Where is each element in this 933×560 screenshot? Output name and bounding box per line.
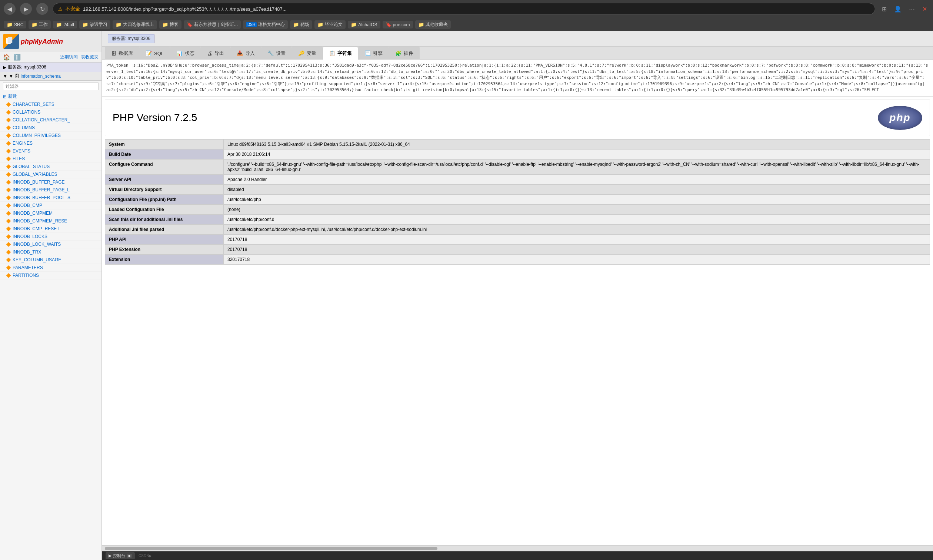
tree-item-collation-char[interactable]: 🔶 COLLATION_CHARACTER_ [0, 116, 102, 124]
db-name[interactable]: information_schema [21, 74, 61, 79]
extensions-button[interactable]: ⊞ [880, 4, 889, 14]
tree-item-label: COLUMN_PRIVILEGES [12, 133, 61, 138]
console-stop-button[interactable]: ■ [126, 554, 132, 558]
tree-item-files[interactable]: 🔶 FILES [0, 155, 102, 163]
tab-charset[interactable]: 📋 字符集 [322, 47, 358, 60]
horizontal-scrollbar[interactable] [102, 545, 933, 551]
db-header[interactable]: ▼ ▼ 🗄 information_schema [0, 72, 102, 81]
browser-titlebar: ◀ ▶ ↻ ⚠ 不安全 192.168.57.142:8080/index.ph… [0, 0, 933, 18]
tree-item-label: ENGINES [12, 141, 32, 146]
url-text: 192.168.57.142:8080/index.php?target=db_… [83, 6, 287, 12]
tree-item-global-status[interactable]: 🔶 GLOBAL_STATUS [0, 163, 102, 171]
tab-label: 导入 [245, 50, 255, 57]
bookmark-others[interactable]: 📁 其他收藏夹 [415, 20, 451, 29]
tree-item-innodb-cmp-reset[interactable]: 🔶 INNODB_CMP_RESET [0, 225, 102, 233]
tab-engines[interactable]: 📃 引擎 [358, 47, 389, 60]
tree-item-parameters[interactable]: 🔶 PARAMETERS [0, 264, 102, 272]
tree-item-collations[interactable]: 🔶 COLLATIONS [0, 108, 102, 116]
new-item-icon: ⊞ [3, 94, 7, 99]
bookmark-aichat[interactable]: 📁 AIchatOS [348, 21, 380, 29]
bookmark-ielts[interactable]: 🔖 新东方雅思｜剑指听... [184, 20, 241, 29]
tab-sql[interactable]: 📝 SQL [139, 47, 170, 60]
new-item-label: 新建 [8, 93, 17, 100]
table-row: Configure Command './configure' '--build… [105, 159, 930, 174]
tab-plugins[interactable]: 🧩 插件 [389, 47, 419, 60]
tree-item-innodb-cmp[interactable]: 🔶 INNODB_CMP [0, 202, 102, 209]
tree-item-global-vars[interactable]: 🔶 GLOBAL_VARIABLES [0, 171, 102, 178]
tab-import[interactable]: 📥 导入 [230, 47, 261, 60]
table-icon: 🔶 [6, 203, 11, 208]
tree-item-innodb-trx[interactable]: 🔶 INNODB_TRX [0, 248, 102, 256]
table-row: Server API Apache 2.0 Handler [105, 174, 930, 184]
tree-item-column-priv[interactable]: 🔶 COLUMN_PRIVILEGES [0, 132, 102, 140]
variables-tab-icon: 🔑 [298, 50, 304, 56]
bookmark-course[interactable]: 📁 大四选修课线上 [113, 20, 157, 29]
tree-item-innodb-locks[interactable]: 🔶 INNODB_LOCKS [0, 233, 102, 241]
tree-item-label: GLOBAL_VARIABLES [12, 172, 57, 177]
charset-tab-icon: 📋 [329, 50, 335, 56]
tab-settings[interactable]: 🔧 设置 [261, 47, 292, 60]
table-icon: 🔶 [6, 141, 11, 146]
tree-item-innodb-cmpmem-rese[interactable]: 🔶 INNODB_CMPMEM_RESE [0, 217, 102, 225]
tree-item-label: FILES [12, 156, 25, 162]
home-icon[interactable]: 🏠 [3, 54, 10, 61]
server-expand-icon[interactable]: ▶ [3, 65, 6, 70]
tree-item-events[interactable]: 🔶 EVENTS [0, 147, 102, 155]
tab-export[interactable]: 🖨 导出 [201, 47, 230, 60]
tree-item-innodb-buf-page[interactable]: 🔶 INNODB_BUFFER_PAGE [0, 178, 102, 186]
tree-item-label: KEY_COLUMN_USAGE [12, 257, 61, 262]
tree-item-innodb-buf-page-l[interactable]: 🔶 INNODB_BUFFER_PAGE_L [0, 186, 102, 194]
tree-item-character-sets[interactable]: 🔶 CHARACTER_SETS [0, 101, 102, 108]
address-bar[interactable]: ⚠ 不安全 192.168.57.142:8080/index.php?targ… [52, 3, 875, 15]
tab-label: 变量 [307, 50, 316, 57]
close-button[interactable]: ✕ [920, 4, 929, 14]
nav-refresh-button[interactable]: ↻ [36, 3, 48, 15]
tree-item-engines[interactable]: 🔶 ENGINES [0, 140, 102, 147]
recent-link[interactable]: 近期访问 [60, 54, 78, 60]
nav-forward-button[interactable]: ▶ [20, 3, 32, 15]
new-item-button[interactable]: ⊞ 新建 [0, 92, 102, 101]
bookmark-dsh[interactable]: DSH 珞格文档中心 [243, 20, 288, 29]
folder-icon: 📁 [162, 22, 168, 28]
tree-item-partitions[interactable]: 🔶 PARTITIONS [0, 272, 102, 280]
main-area: phpMyAdmin 🏠 ℹ️ 近期访问 表收藏夹 ▶ 服务器: mysql:3… [0, 31, 933, 560]
tree-item-label: INNODB_TRX [12, 249, 41, 255]
database-tab-icon: 🗄 [111, 50, 116, 56]
server-tab-label: 服务器: mysql:3306 [112, 36, 150, 41]
tree-item-label: COLUMNS [12, 125, 35, 130]
table-icon: 🔶 [6, 133, 11, 138]
user-button[interactable]: 👤 [892, 4, 904, 14]
tree-item-columns[interactable]: 🔶 COLUMNS [0, 124, 102, 132]
import-tab-icon: 📥 [237, 50, 243, 56]
info-key: Configure Command [105, 159, 224, 174]
tab-variables[interactable]: 🔑 变量 [292, 47, 322, 60]
tree-item-innodb-cmpmem[interactable]: 🔶 INNODB_CMPMEM [0, 209, 102, 217]
tree-item-key-col-usage[interactable]: 🔶 KEY_COLUMN_USAGE [0, 256, 102, 264]
bookmark-range[interactable]: 📁 靶场 [290, 20, 312, 29]
bookmark-src[interactable]: 📁 SRC [4, 21, 26, 29]
bookmark-poe[interactable]: 🔖 poe.com [382, 21, 413, 29]
server-tab[interactable]: 服务器: mysql:3306 [108, 34, 154, 43]
tab-database[interactable]: 🗄 数据库 [105, 47, 139, 60]
tree-item-label: PARTITIONS [12, 273, 39, 278]
bookmark-blog[interactable]: 📁 博客 [159, 20, 182, 29]
favorites-link[interactable]: 表收藏夹 [81, 54, 99, 60]
tab-label: 导出 [214, 50, 224, 57]
tree-item-innodb-lock-waits[interactable]: 🔶 INNODB_LOCK_WAITS [0, 241, 102, 248]
tree-item-label: INNODB_CMPMEM [12, 211, 52, 216]
bookmark-pentest[interactable]: 📁 渗透学习 [79, 20, 110, 29]
filter-input[interactable] [3, 82, 99, 90]
nav-back-button[interactable]: ◀ [4, 3, 15, 15]
tree-item-innodb-buf-pool[interactable]: 🔶 INNODB_BUFFER_POOL_S [0, 194, 102, 202]
bookmark-thesis[interactable]: 📁 毕业论文 [315, 20, 345, 29]
table-icon: 🔶 [6, 180, 11, 185]
bookmark-icon: 🔖 [187, 22, 193, 28]
bookmark-label: 24fall [63, 22, 74, 28]
menu-button[interactable]: ⋯ [907, 4, 917, 14]
console-tab[interactable]: ▶ 控制台 ■ [106, 552, 135, 559]
tab-status[interactable]: 📊 状态 [170, 47, 201, 60]
bookmark-24fall[interactable]: 📁 24fall [53, 21, 77, 29]
bookmark-work[interactable]: 📁 工作 [29, 20, 51, 29]
table-row: PHP API 20170718 [105, 234, 930, 244]
info-icon[interactable]: ℹ️ [13, 54, 21, 61]
